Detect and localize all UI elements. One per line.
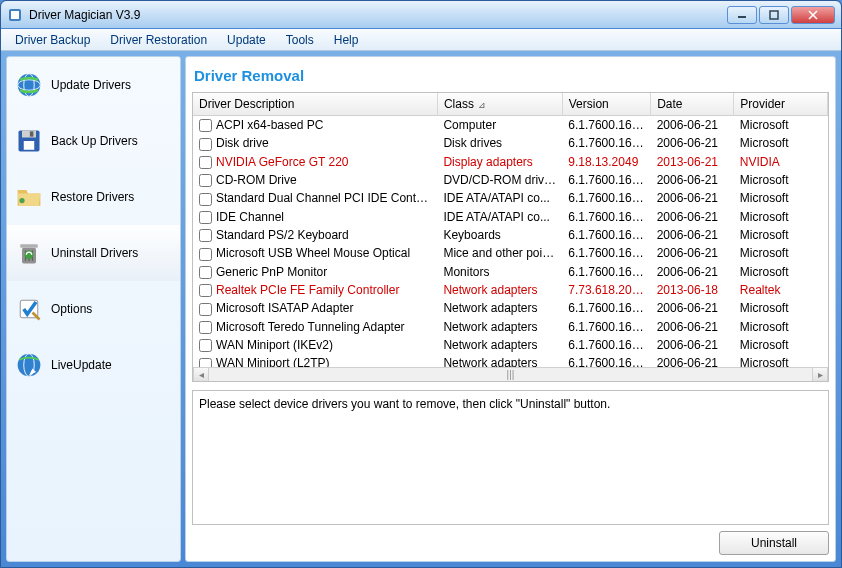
scroll-right-icon[interactable]: ▸ xyxy=(812,368,828,382)
cell-class: Keyboards xyxy=(437,226,562,244)
driver-table: Driver Description Class⊿ Version Date P… xyxy=(193,93,828,367)
sort-indicator-icon: ⊿ xyxy=(478,100,486,110)
cell-description: WAN Miniport (IKEv2) xyxy=(216,338,333,352)
cell-date: 2006-06-21 xyxy=(651,171,734,189)
menu-driver-backup[interactable]: Driver Backup xyxy=(5,31,100,49)
cell-provider: NVIDIA xyxy=(734,153,828,171)
row-checkbox[interactable] xyxy=(199,248,212,261)
cell-date: 2006-06-21 xyxy=(651,116,734,135)
row-checkbox[interactable] xyxy=(199,284,212,297)
cell-provider: Microsoft xyxy=(734,354,828,367)
sidebar-item-uninstall-drivers[interactable]: Uninstall Drivers xyxy=(7,225,180,281)
table-row[interactable]: Standard PS/2 KeyboardKeyboards6.1.7600.… xyxy=(193,226,828,244)
row-checkbox[interactable] xyxy=(199,339,212,352)
sidebar-item-liveupdate[interactable]: LiveUpdate xyxy=(7,337,180,393)
menu-help[interactable]: Help xyxy=(324,31,369,49)
row-checkbox[interactable] xyxy=(199,119,212,132)
col-date[interactable]: Date xyxy=(651,93,734,116)
page-title: Driver Removal xyxy=(192,63,829,92)
cell-class: Mice and other poin... xyxy=(437,244,562,262)
menu-driver-restoration[interactable]: Driver Restoration xyxy=(100,31,217,49)
cell-provider: Microsoft xyxy=(734,244,828,262)
col-version[interactable]: Version xyxy=(562,93,650,116)
titlebar[interactable]: Driver Magician V3.9 xyxy=(1,1,841,29)
cell-class: Network adapters xyxy=(437,299,562,317)
menu-tools[interactable]: Tools xyxy=(276,31,324,49)
cell-description: Microsoft ISATAP Adapter xyxy=(216,301,353,315)
scroll-left-icon[interactable]: ◂ xyxy=(193,368,209,382)
row-checkbox[interactable] xyxy=(199,229,212,242)
row-checkbox[interactable] xyxy=(199,193,212,206)
table-row[interactable]: Generic PnP MonitorMonitors6.1.7600.163.… xyxy=(193,263,828,281)
minimize-button[interactable] xyxy=(727,6,757,24)
cell-provider: Microsoft xyxy=(734,171,828,189)
close-button[interactable] xyxy=(791,6,835,24)
cell-class: IDE ATA/ATAPI co... xyxy=(437,208,562,226)
cell-date: 2006-06-21 xyxy=(651,263,734,281)
col-description[interactable]: Driver Description xyxy=(193,93,437,116)
sidebar-item-back-up-drivers[interactable]: Back Up Drivers xyxy=(7,113,180,169)
table-row[interactable]: WAN Miniport (IKEv2)Network adapters6.1.… xyxy=(193,336,828,354)
cell-description: WAN Miniport (L2TP) xyxy=(216,356,330,367)
floppy-icon xyxy=(15,127,43,155)
table-row[interactable]: ACPI x64-based PCComputer6.1.7600.163...… xyxy=(193,116,828,135)
col-provider[interactable]: Provider xyxy=(734,93,828,116)
menubar: Driver Backup Driver Restoration Update … xyxy=(1,29,841,51)
cell-provider: Microsoft xyxy=(734,263,828,281)
horizontal-scrollbar[interactable]: ◂ ||| ▸ xyxy=(193,367,828,381)
maximize-button[interactable] xyxy=(759,6,789,24)
row-checkbox[interactable] xyxy=(199,303,212,316)
cell-date: 2006-06-21 xyxy=(651,189,734,207)
svg-rect-1 xyxy=(11,11,19,19)
cell-version: 6.1.7600.163... xyxy=(562,336,650,354)
table-row[interactable]: Microsoft USB Wheel Mouse OpticalMice an… xyxy=(193,244,828,262)
sidebar-item-restore-drivers[interactable]: Restore Drivers xyxy=(7,169,180,225)
row-checkbox[interactable] xyxy=(199,138,212,151)
table-row[interactable]: IDE ChannelIDE ATA/ATAPI co...6.1.7600.1… xyxy=(193,208,828,226)
cell-version: 6.1.7600.163... xyxy=(562,189,650,207)
app-icon xyxy=(7,7,23,23)
cell-provider: Microsoft xyxy=(734,116,828,135)
cell-version: 6.1.7600.163... xyxy=(562,244,650,262)
sidebar-item-update-drivers[interactable]: Update Drivers xyxy=(7,57,180,113)
sidebar-item-label: Options xyxy=(51,302,92,316)
row-checkbox[interactable] xyxy=(199,156,212,169)
row-checkbox[interactable] xyxy=(199,266,212,279)
cell-version: 6.1.7600.163... xyxy=(562,116,650,135)
cell-provider: Realtek xyxy=(734,281,828,299)
cell-class: DVD/CD-ROM drives xyxy=(437,171,562,189)
cell-date: 2013-06-18 xyxy=(651,281,734,299)
main-panel: Driver Removal Driver Description Class⊿… xyxy=(185,56,836,562)
cell-date: 2013-06-21 xyxy=(651,153,734,171)
content-area: Update DriversBack Up DriversRestore Dri… xyxy=(1,51,841,567)
table-row[interactable]: Standard Dual Channel PCI IDE Controller… xyxy=(193,189,828,207)
table-row[interactable]: Microsoft Teredo Tunneling AdapterNetwor… xyxy=(193,318,828,336)
row-checkbox[interactable] xyxy=(199,321,212,334)
folder-icon xyxy=(15,183,43,211)
table-row[interactable]: WAN Miniport (L2TP)Network adapters6.1.7… xyxy=(193,354,828,367)
row-checkbox[interactable] xyxy=(199,358,212,367)
driver-table-scroll[interactable]: Driver Description Class⊿ Version Date P… xyxy=(193,93,828,367)
table-row[interactable]: Realtek PCIe FE Family ControllerNetwork… xyxy=(193,281,828,299)
cell-provider: Microsoft xyxy=(734,208,828,226)
cell-provider: Microsoft xyxy=(734,336,828,354)
cell-date: 2006-06-21 xyxy=(651,354,734,367)
table-row[interactable]: NVIDIA GeForce GT 220Display adapters9.1… xyxy=(193,153,828,171)
uninstall-button[interactable]: Uninstall xyxy=(719,531,829,555)
table-row[interactable]: CD-ROM DriveDVD/CD-ROM drives6.1.7600.16… xyxy=(193,171,828,189)
menu-update[interactable]: Update xyxy=(217,31,276,49)
row-checkbox[interactable] xyxy=(199,174,212,187)
cell-date: 2006-06-21 xyxy=(651,226,734,244)
cell-class: Network adapters xyxy=(437,318,562,336)
cell-description: ACPI x64-based PC xyxy=(216,118,323,132)
table-row[interactable]: Microsoft ISATAP AdapterNetwork adapters… xyxy=(193,299,828,317)
col-class[interactable]: Class⊿ xyxy=(437,93,562,116)
table-row[interactable]: Disk driveDisk drives6.1.7600.163...2006… xyxy=(193,134,828,152)
cell-class: Disk drives xyxy=(437,134,562,152)
hscroll-track[interactable]: ||| xyxy=(209,369,812,380)
cell-description: Disk drive xyxy=(216,136,269,150)
row-checkbox[interactable] xyxy=(199,211,212,224)
sidebar-item-options[interactable]: Options xyxy=(7,281,180,337)
globe-arrow-icon xyxy=(15,351,43,379)
cell-version: 6.1.7600.163... xyxy=(562,171,650,189)
